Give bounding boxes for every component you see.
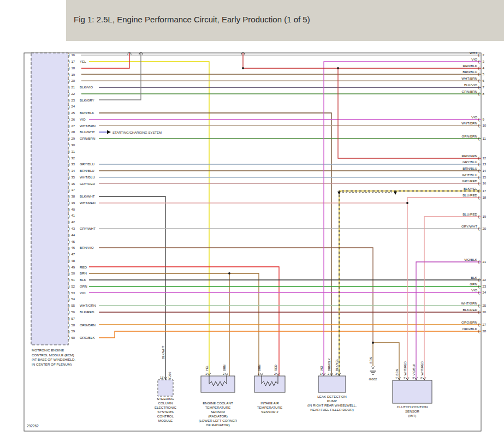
pin-number: 1 bbox=[258, 372, 259, 375]
wiring-diagram: MOTRONIC ENGINECONTROL MODULE (ECM)(AT B… bbox=[0, 0, 504, 436]
wire-label: GRY/BLU bbox=[80, 162, 94, 166]
steering-column-module-caption-line: STEERING bbox=[157, 397, 174, 401]
ground-wire-label: BRN bbox=[369, 357, 372, 363]
pin-wire-label: BRN bbox=[223, 365, 226, 371]
ecm-pin-number: 57 bbox=[72, 317, 75, 320]
steering-column-module-box bbox=[158, 380, 173, 396]
right-pin-number: 6 bbox=[483, 79, 485, 82]
ecm-pin-number: 31 bbox=[72, 150, 75, 153]
ecm-pin-number: 26 bbox=[72, 118, 75, 121]
right-pin-number: 25 bbox=[483, 304, 487, 307]
wire-label: VIO/BLK bbox=[464, 258, 478, 261]
wire-label: GRY/BLU bbox=[463, 160, 477, 164]
right-pin-number: 11 bbox=[483, 137, 487, 140]
steering-column-module-caption-line: SYSTEMS bbox=[157, 410, 174, 414]
wire-label: BLK/WHT bbox=[80, 194, 95, 198]
right-pin-number: 13 bbox=[483, 163, 487, 166]
leak-detection-pump-caption-line: PUMP bbox=[327, 399, 337, 403]
wire-label: BRN/VIO bbox=[80, 246, 94, 249]
ecm-caption-line: (AT BASE OF WINDSHIELD, bbox=[32, 357, 75, 361]
ecm-pin-number: 46 bbox=[72, 246, 75, 249]
wire-label: BRN/BLK bbox=[80, 111, 94, 115]
wire-blkwht-38-steer bbox=[99, 196, 165, 380]
ecm-pin-bracket: ) bbox=[68, 194, 69, 199]
wire-label: ORG/BRN bbox=[461, 320, 477, 324]
ground-bracket bbox=[371, 367, 375, 369]
right-pin-number: 17 bbox=[483, 189, 487, 193]
clutch-position-sensor-caption-line: SENSOR bbox=[405, 409, 420, 413]
ecm-pin-number: 43 bbox=[72, 227, 75, 230]
ecm-pin-bracket: ) bbox=[68, 92, 69, 96]
ecm-pin-bracket: ) bbox=[68, 150, 69, 154]
wire-label: WHT/BRN bbox=[80, 124, 96, 128]
wire-vio-pump1-r3 bbox=[324, 62, 481, 376]
pin-bracket bbox=[260, 373, 263, 376]
wire-label: WHT bbox=[470, 51, 477, 55]
ecm-pin-number: 60 bbox=[72, 336, 75, 339]
ecm-caption-line: CONTROL MODULE (ECM) bbox=[32, 353, 74, 357]
junction-dot bbox=[242, 67, 244, 69]
pin-bracket bbox=[225, 373, 228, 376]
ecm-pin-number: 51 bbox=[72, 278, 75, 282]
intake-air-temp-sensor-2-caption-line: SENSOR 2 bbox=[261, 410, 278, 414]
right-pin-number: 9 bbox=[483, 118, 485, 121]
ecm-pin-bracket: ) bbox=[68, 117, 69, 122]
wire-brnblk-25-pump2 bbox=[99, 113, 331, 376]
ecm-pin-number: 58 bbox=[72, 324, 75, 327]
ecm-pin-number: 24 bbox=[72, 105, 75, 108]
ecm-pin-bracket: ) bbox=[68, 316, 69, 321]
wire-label: RED/BLK bbox=[463, 64, 478, 68]
ecm-pin-bracket: ) bbox=[68, 162, 69, 166]
pin-number: 1 bbox=[205, 372, 207, 375]
ecm-pin-bracket: ) bbox=[68, 323, 69, 327]
ecm-pin-number: 20 bbox=[72, 79, 75, 82]
wire-yel-17-ect1 bbox=[89, 62, 209, 376]
wire-label: BLK/RED bbox=[463, 308, 478, 312]
wire-label: BLK bbox=[471, 276, 478, 279]
ecm-pin-bracket: ) bbox=[68, 265, 69, 270]
ecm-pin-bracket: ) bbox=[68, 310, 69, 314]
wire-label: WHT/BLU bbox=[462, 173, 477, 177]
wire-label: BLK/VIO bbox=[464, 83, 477, 87]
ecm-pin-bracket: ) bbox=[68, 272, 69, 276]
ecm-pin-number: 34 bbox=[72, 169, 75, 172]
ecm-pin-number: 33 bbox=[72, 163, 75, 166]
wire-label: BRN/BLU bbox=[80, 169, 94, 172]
wire-label: BLK/GRY bbox=[80, 98, 94, 102]
pin-wire-label: VIO bbox=[320, 366, 323, 371]
ecm-pin-bracket: ) bbox=[68, 124, 69, 128]
wire-label: GRN/BRN bbox=[80, 136, 96, 140]
intake-air-temp-sensor-2-box bbox=[254, 376, 285, 392]
right-pin-number: 21 bbox=[483, 260, 487, 264]
wire-label: WHT/GRN bbox=[461, 301, 477, 305]
pin-wire-label: YEL bbox=[205, 366, 209, 371]
ecm-pin-number: 22 bbox=[72, 92, 75, 95]
ecm-pin-bracket: ) bbox=[68, 169, 69, 173]
ecm-pin-bracket: ) bbox=[68, 297, 69, 302]
engine-coolant-temp-sensor-caption-line: TEMPERATURE bbox=[205, 405, 230, 409]
ecm-pin-number: 44 bbox=[72, 234, 75, 237]
right-pin-number: 18 bbox=[483, 196, 487, 199]
ecm-pin-number: 25 bbox=[72, 111, 75, 115]
right-pin-number: 22 bbox=[483, 278, 487, 282]
engine-coolant-temp-sensor-caption-line: SENSOR bbox=[211, 410, 226, 414]
ecm-pin-bracket: ) bbox=[68, 201, 69, 205]
wire-label: BRN/BLU bbox=[463, 70, 477, 74]
wire-blkyel-dash bbox=[339, 191, 481, 376]
right-pin-number: 24 bbox=[483, 291, 487, 294]
wire-label: GRY/RED bbox=[462, 179, 478, 183]
engine-coolant-temp-sensor-caption-line: ENGINE COOLANT bbox=[203, 401, 233, 405]
junction-dot bbox=[372, 342, 374, 344]
pin-number: 1 bbox=[395, 377, 397, 380]
wire-label: BLU/RED bbox=[463, 193, 477, 197]
ecm-pin-number: 48 bbox=[72, 259, 75, 262]
ecm-pin-number: 28 bbox=[72, 130, 75, 134]
pin-wire-label: BRN/BLK bbox=[328, 358, 331, 371]
ecm-pin-number: 37 bbox=[72, 188, 75, 192]
ecm-pin-number: 35 bbox=[72, 176, 75, 179]
pin-wire-label: RED bbox=[274, 365, 277, 371]
wire-label: GRY/WHT bbox=[461, 224, 477, 228]
right-pin-number: 26 bbox=[483, 310, 487, 314]
wire-label: RED bbox=[80, 265, 87, 269]
right-pin-number: 19 bbox=[483, 215, 487, 218]
